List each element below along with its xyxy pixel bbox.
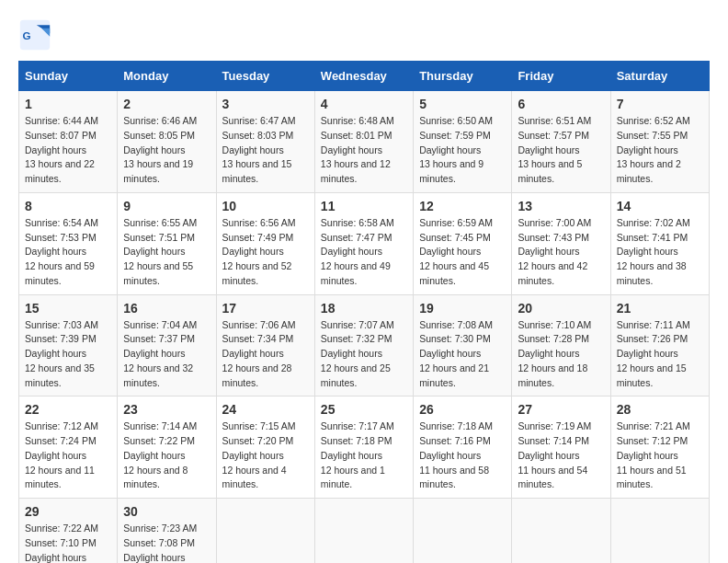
day-info: Sunrise: 7:07 AM Sunset: 7:32 PM Dayligh… — [321, 318, 407, 391]
daylight-label: Daylight hours — [25, 348, 86, 359]
day-cell-18: 18 Sunrise: 7:07 AM Sunset: 7:32 PM Dayl… — [314, 294, 413, 396]
daylight-label: Daylight hours — [419, 246, 481, 257]
daylight-label: Daylight hours — [123, 552, 185, 563]
day-cell-12: 12 Sunrise: 6:59 AM Sunset: 7:45 PM Dayl… — [414, 192, 512, 294]
day-info: Sunrise: 7:11 AM Sunset: 7:26 PM Dayligh… — [617, 318, 703, 391]
svg-text:G: G — [23, 29, 31, 41]
sunrise-label: Sunrise: 7:14 AM — [123, 420, 197, 431]
sunset-label: Sunset: 8:01 PM — [321, 130, 392, 141]
sunset-label: Sunset: 7:30 PM — [419, 333, 491, 344]
daylight-value: 12 hours and 52 minutes. — [222, 260, 292, 286]
day-number: 2 — [123, 97, 210, 111]
day-info: Sunrise: 6:46 AM Sunset: 8:05 PM Dayligh… — [123, 114, 210, 187]
sunset-label: Sunset: 7:57 PM — [518, 130, 589, 141]
calendar-week-1: 1 Sunrise: 6:44 AM Sunset: 8:07 PM Dayli… — [19, 91, 710, 193]
day-number: 8 — [25, 199, 111, 213]
daylight-label: Daylight hours — [321, 246, 382, 257]
daylight-value: 13 hours and 9 minutes. — [419, 158, 483, 184]
sunrise-label: Sunrise: 6:52 AM — [617, 115, 690, 126]
day-info: Sunrise: 7:21 AM Sunset: 7:12 PM Dayligh… — [617, 419, 703, 492]
day-number: 4 — [321, 97, 407, 111]
day-info: Sunrise: 6:51 AM Sunset: 7:57 PM Dayligh… — [518, 114, 604, 187]
daylight-label: Daylight hours — [321, 144, 382, 155]
sunrise-label: Sunrise: 7:12 AM — [25, 420, 98, 431]
daylight-value: 12 hours and 42 minutes. — [518, 260, 587, 286]
sunset-label: Sunset: 7:18 PM — [321, 435, 392, 446]
daylight-value: 12 hours and 45 minutes. — [419, 260, 489, 286]
day-info: Sunrise: 7:15 AM Sunset: 7:20 PM Dayligh… — [222, 419, 309, 492]
sunrise-label: Sunrise: 7:15 AM — [222, 420, 296, 431]
day-cell-23: 23 Sunrise: 7:14 AM Sunset: 7:22 PM Dayl… — [118, 396, 216, 499]
day-number: 13 — [518, 199, 604, 213]
sunset-label: Sunset: 7:53 PM — [25, 232, 97, 243]
sunrise-label: Sunrise: 7:10 AM — [518, 319, 591, 330]
empty-cell — [610, 499, 709, 564]
sunrise-label: Sunrise: 6:56 AM — [222, 217, 296, 228]
day-cell-29: 29 Sunrise: 7:22 AM Sunset: 7:10 PM Dayl… — [19, 499, 118, 564]
sunset-label: Sunset: 7:32 PM — [321, 333, 392, 344]
daylight-label: Daylight hours — [419, 450, 481, 461]
day-cell-24: 24 Sunrise: 7:15 AM Sunset: 7:20 PM Dayl… — [216, 396, 314, 499]
day-info: Sunrise: 7:18 AM Sunset: 7:16 PM Dayligh… — [419, 419, 506, 492]
day-cell-5: 5 Sunrise: 6:50 AM Sunset: 7:59 PM Dayli… — [414, 91, 512, 193]
weekday-header-monday: Monday — [118, 62, 216, 91]
sunrise-label: Sunrise: 6:50 AM — [419, 115, 493, 126]
sunrise-label: Sunrise: 7:18 AM — [419, 420, 493, 431]
weekday-header-tuesday: Tuesday — [216, 62, 314, 91]
sunset-label: Sunset: 7:28 PM — [518, 333, 589, 344]
sunset-label: Sunset: 7:10 PM — [25, 537, 97, 548]
day-number: 27 — [518, 402, 604, 417]
logo: G — [18, 18, 55, 52]
day-info: Sunrise: 6:48 AM Sunset: 8:01 PM Dayligh… — [321, 114, 407, 187]
daylight-value: 12 hours and 21 minutes. — [419, 362, 489, 388]
day-info: Sunrise: 7:03 AM Sunset: 7:39 PM Dayligh… — [25, 318, 111, 391]
day-info: Sunrise: 6:52 AM Sunset: 7:55 PM Dayligh… — [617, 114, 703, 187]
day-number: 20 — [518, 301, 604, 316]
daylight-label: Daylight hours — [222, 348, 284, 359]
calendar-week-3: 15 Sunrise: 7:03 AM Sunset: 7:39 PM Dayl… — [19, 294, 710, 396]
day-number: 1 — [25, 97, 111, 111]
empty-cell — [414, 499, 512, 564]
day-cell-13: 13 Sunrise: 7:00 AM Sunset: 7:43 PM Dayl… — [512, 192, 610, 294]
sunrise-label: Sunrise: 6:47 AM — [222, 115, 296, 126]
sunset-label: Sunset: 7:59 PM — [419, 130, 491, 141]
day-cell-17: 17 Sunrise: 7:06 AM Sunset: 7:34 PM Dayl… — [216, 294, 314, 396]
daylight-value: 13 hours and 12 minutes. — [321, 158, 391, 184]
sunset-label: Sunset: 7:14 PM — [518, 435, 589, 446]
day-cell-25: 25 Sunrise: 7:17 AM Sunset: 7:18 PM Dayl… — [314, 396, 413, 499]
day-number: 16 — [123, 301, 210, 316]
sunrise-label: Sunrise: 7:11 AM — [617, 319, 690, 330]
day-cell-16: 16 Sunrise: 7:04 AM Sunset: 7:37 PM Dayl… — [118, 294, 216, 396]
day-cell-22: 22 Sunrise: 7:12 AM Sunset: 7:24 PM Dayl… — [19, 396, 118, 499]
day-info: Sunrise: 6:55 AM Sunset: 7:51 PM Dayligh… — [123, 216, 210, 289]
sunset-label: Sunset: 7:26 PM — [617, 333, 688, 344]
day-info: Sunrise: 6:47 AM Sunset: 8:03 PM Dayligh… — [222, 114, 309, 187]
sunset-label: Sunset: 7:22 PM — [123, 435, 195, 446]
empty-cell — [512, 499, 610, 564]
day-cell-28: 28 Sunrise: 7:21 AM Sunset: 7:12 PM Dayl… — [610, 396, 709, 499]
day-number: 7 — [617, 97, 703, 111]
sunrise-label: Sunrise: 7:04 AM — [123, 319, 197, 330]
sunset-label: Sunset: 8:05 PM — [123, 130, 195, 141]
day-info: Sunrise: 6:44 AM Sunset: 8:07 PM Dayligh… — [25, 114, 111, 187]
sunrise-label: Sunrise: 6:55 AM — [123, 217, 197, 228]
day-number: 18 — [321, 301, 407, 316]
daylight-label: Daylight hours — [518, 450, 579, 461]
day-cell-14: 14 Sunrise: 7:02 AM Sunset: 7:41 PM Dayl… — [610, 192, 709, 294]
sunset-label: Sunset: 7:34 PM — [222, 333, 294, 344]
page-header: G — [18, 18, 710, 52]
daylight-label: Daylight hours — [518, 348, 579, 359]
weekday-header-sunday: Sunday — [19, 62, 118, 91]
sunrise-label: Sunrise: 7:23 AM — [123, 523, 197, 534]
sunrise-label: Sunrise: 6:46 AM — [123, 115, 197, 126]
empty-cell — [216, 499, 314, 564]
daylight-value: 12 hours and 18 minutes. — [518, 362, 587, 388]
sunset-label: Sunset: 7:43 PM — [518, 232, 589, 243]
daylight-label: Daylight hours — [518, 144, 579, 155]
daylight-value: 11 hours and 58 minutes. — [419, 465, 489, 490]
daylight-value: 12 hours and 1 minute. — [321, 465, 385, 490]
day-cell-9: 9 Sunrise: 6:55 AM Sunset: 7:51 PM Dayli… — [118, 192, 216, 294]
day-number: 6 — [518, 97, 604, 111]
day-number: 14 — [617, 199, 703, 213]
day-cell-19: 19 Sunrise: 7:08 AM Sunset: 7:30 PM Dayl… — [414, 294, 512, 396]
